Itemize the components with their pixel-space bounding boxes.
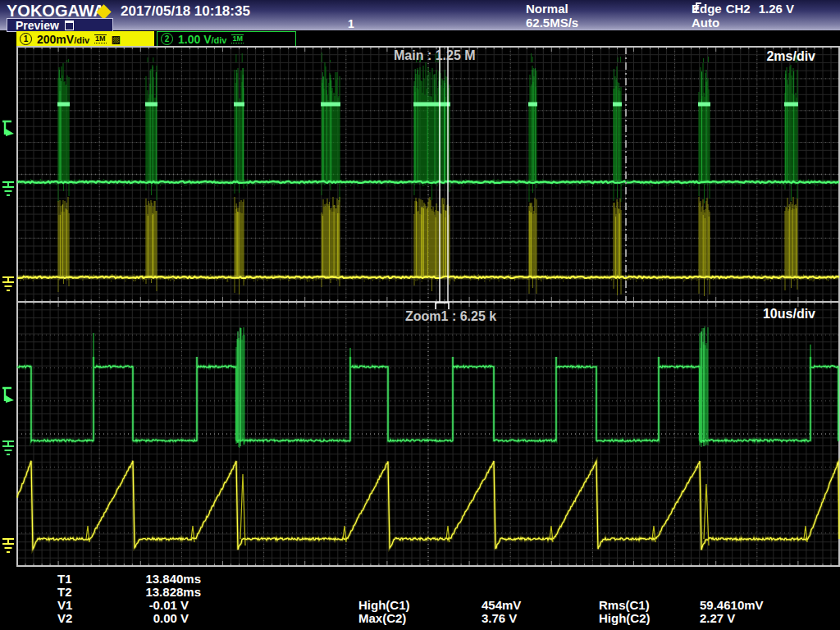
zoom-window-label: Zoom1 : 6.25 k (405, 309, 496, 324)
measurement-high-c2: High(C2)2.27 V (599, 611, 735, 625)
measurement-rms-c1: Rms(C1)59.4610mV (599, 598, 764, 612)
oscilloscope-screen: YOKOGAWA 2017/05/18 10:18:35 1 Normal 62… (0, 0, 840, 630)
zoom-timebase: 10us/div (763, 307, 815, 322)
main-window-label: Main : 1.25 M (394, 48, 476, 63)
measurement-high-c1: High(C1)454mV (358, 598, 521, 612)
measurement-t1: T113.840ms (57, 572, 201, 586)
measurement-max-c2: Max(C2)3.76 V (358, 611, 517, 625)
measurement-t2: T213.828ms (57, 585, 201, 599)
main-timebase: 2ms/div (766, 49, 815, 64)
measurement-v1: V1-0.01 V (57, 598, 189, 612)
measurement-v2: V20.00 V (57, 611, 189, 625)
